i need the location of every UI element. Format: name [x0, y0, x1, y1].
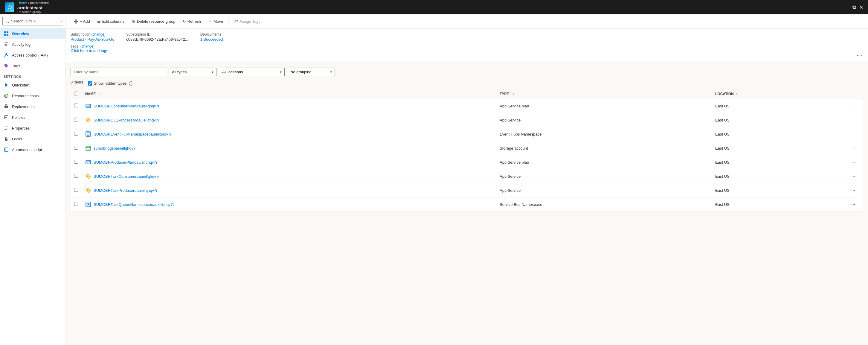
- row-checkbox-6[interactable]: [74, 188, 78, 192]
- location-sort-icon: ↑↓: [736, 92, 739, 96]
- sidebar-item-automation-script[interactable]: Automation script: [0, 144, 65, 155]
- sidebar-item-policies-label: Policies: [12, 115, 25, 120]
- sidebar-item-overview[interactable]: Overview: [0, 28, 65, 39]
- edit-columns-button[interactable]: ☰ Edit columns: [94, 17, 127, 25]
- refresh-label: Refresh: [187, 19, 201, 24]
- row-more-button[interactable]: ···: [849, 200, 858, 208]
- resource-location: East US: [712, 99, 845, 113]
- location-filter-select[interactable]: All locations: [219, 68, 285, 76]
- resource-name-link[interactable]: SUMOBRConsumerPlanoauiellqhqv7i: [94, 104, 159, 108]
- resource-icon-appservice: [85, 173, 91, 179]
- row-more-button[interactable]: ···: [849, 186, 858, 194]
- sidebar-item-resource-costs-label: Resource costs: [12, 94, 39, 98]
- type-column-header[interactable]: TYPE ↑↓: [496, 89, 712, 99]
- sidebar-item-tags[interactable]: Tags: [0, 60, 65, 71]
- sidebar-item-access-control[interactable]: Access control (IAM): [0, 50, 65, 60]
- show-hidden-info-icon[interactable]: i: [129, 81, 133, 86]
- row-checkbox-5[interactable]: [74, 174, 78, 178]
- svg-rect-3: [7, 34, 8, 36]
- items-count: 8 items: [70, 80, 83, 84]
- row-checkbox-1[interactable]: [74, 118, 78, 121]
- resource-name-link[interactable]: sumobrlogsoauiellqhqv7i: [94, 146, 136, 150]
- edit-columns-label: Edit columns: [102, 19, 124, 24]
- sidebar-item-policies[interactable]: Policies: [0, 112, 65, 123]
- properties-icon: [4, 125, 9, 131]
- delete-button[interactable]: 🗑 Delete resource group: [129, 17, 179, 25]
- filter-name-input[interactable]: [70, 68, 166, 76]
- edit-columns-icon: ☰: [97, 19, 101, 24]
- tags-change-link[interactable]: (change): [81, 44, 94, 49]
- collapse-icon[interactable]: ⌃⌃: [856, 54, 863, 59]
- resource-name-link[interactable]: SUMOBRTaskQueueNamespaceoauiellqhqv7i: [94, 202, 174, 207]
- page-title: armtesteast: [17, 5, 49, 10]
- row-checkbox-3[interactable]: [74, 146, 78, 150]
- show-hidden-label[interactable]: Show hidden types i: [88, 81, 133, 86]
- row-more-button[interactable]: ···: [849, 102, 858, 110]
- window-close-button[interactable]: ✕: [859, 4, 863, 10]
- svg-rect-5: [4, 44, 7, 45]
- deployments-value[interactable]: 1 Succeeded: [200, 37, 223, 41]
- type-filter-select[interactable]: All types: [168, 68, 216, 76]
- row-more-button[interactable]: ···: [849, 158, 858, 166]
- automation-script-icon: [4, 147, 9, 152]
- sidebar-item-properties[interactable]: Properties: [0, 123, 65, 134]
- page-subtitle: Resource group: [17, 10, 49, 14]
- resource-type: App Service: [496, 113, 712, 127]
- resource-type: App Service plan: [496, 155, 712, 169]
- search-input[interactable]: [2, 17, 63, 25]
- grouping-select[interactable]: No grouping: [287, 68, 335, 76]
- svg-text:$: $: [5, 94, 7, 97]
- sidebar: « Overview Activity l: [0, 15, 66, 345]
- sidebar-collapse-button[interactable]: «: [60, 19, 62, 23]
- assign-tags-button[interactable]: 🏷 Assign Tags: [231, 17, 264, 25]
- sidebar-item-quickstart[interactable]: Quickstart: [0, 80, 65, 90]
- subscription-value[interactable]: Product - Pay-As-You-Go: [70, 37, 114, 41]
- add-icon: ➕: [73, 19, 78, 24]
- row-checkbox-4[interactable]: [74, 160, 78, 164]
- resource-name-link[interactable]: SUMOBREventHubNamespaceoauiellqhqv7i: [94, 132, 171, 137]
- sidebar-item-locks[interactable]: Locks: [0, 134, 65, 144]
- delete-label: Delete resource group: [137, 19, 176, 24]
- resource-type: Event Hubs Namespace: [496, 127, 712, 141]
- row-more-button[interactable]: ···: [849, 144, 858, 152]
- subscription-change-link[interactable]: (change): [91, 32, 105, 36]
- sidebar-item-resource-costs[interactable]: $ Resource costs: [0, 90, 65, 101]
- resource-name-link[interactable]: SUMOBRDLQProcessoroauiellqhqv7i: [94, 118, 159, 122]
- sidebar-item-activity-log[interactable]: Activity log: [0, 39, 65, 50]
- resource-location: East US: [712, 141, 845, 155]
- resource-icon-appservice: [85, 117, 91, 123]
- window-restore-button[interactable]: ⧉: [852, 4, 856, 10]
- resource-icon-appservice: [85, 187, 91, 193]
- location-column-header[interactable]: LOCATION ↑↓: [712, 89, 845, 99]
- select-all-checkbox[interactable]: [74, 91, 78, 95]
- table-row: SUMOBRConsumerPlanoauiellqhqv7i App Serv…: [70, 99, 863, 113]
- row-more-button[interactable]: ···: [849, 172, 858, 180]
- tags-label: Tags: [70, 44, 78, 49]
- show-hidden-checkbox[interactable]: [88, 81, 92, 86]
- resource-location: East US: [712, 169, 845, 183]
- resource-table: NAME ↑↓ TYPE ↑↓ LOCATION ↑↓: [70, 89, 863, 211]
- resource-name-link[interactable]: SUMOBRTaskConsumeroauiellqhqv7i: [94, 174, 159, 179]
- row-checkbox-0[interactable]: [74, 104, 78, 108]
- sidebar-item-locks-label: Locks: [12, 137, 22, 141]
- row-more-button[interactable]: ···: [849, 116, 858, 124]
- info-section: Subscription (change) Product - Pay-As-Y…: [66, 29, 868, 63]
- breadcrumb-current: armtesteast: [30, 1, 49, 5]
- deployments-info: Deployments 1 Succeeded: [200, 32, 223, 41]
- resource-name-link[interactable]: SUMOBRTaskProduceroauiellqhqv7i: [94, 188, 157, 193]
- tags-add-link[interactable]: Click here to add tags: [70, 49, 108, 53]
- resource-name-link[interactable]: SUMOBRProducerPlanoauiellqhqv7i: [94, 160, 157, 165]
- svg-rect-2: [4, 34, 6, 36]
- sidebar-item-deployments[interactable]: Deployments: [0, 101, 65, 112]
- svg-rect-6: [4, 46, 7, 46]
- row-checkbox-7[interactable]: [74, 202, 78, 206]
- breadcrumb-home[interactable]: Home: [17, 1, 27, 5]
- row-more-button[interactable]: ···: [849, 130, 858, 138]
- add-button[interactable]: ➕ + Add: [70, 17, 93, 25]
- refresh-button[interactable]: ↻ Refresh: [180, 17, 204, 25]
- name-column-header[interactable]: NAME ↑↓: [82, 89, 496, 99]
- row-checkbox-2[interactable]: [74, 132, 78, 136]
- main-content: ➕ + Add ☰ Edit columns 🗑 Delete resource…: [66, 15, 868, 345]
- table-row: SUMOBRProducerPlanoauiellqhqv7i App Serv…: [70, 155, 863, 169]
- move-button[interactable]: → Move: [205, 17, 226, 25]
